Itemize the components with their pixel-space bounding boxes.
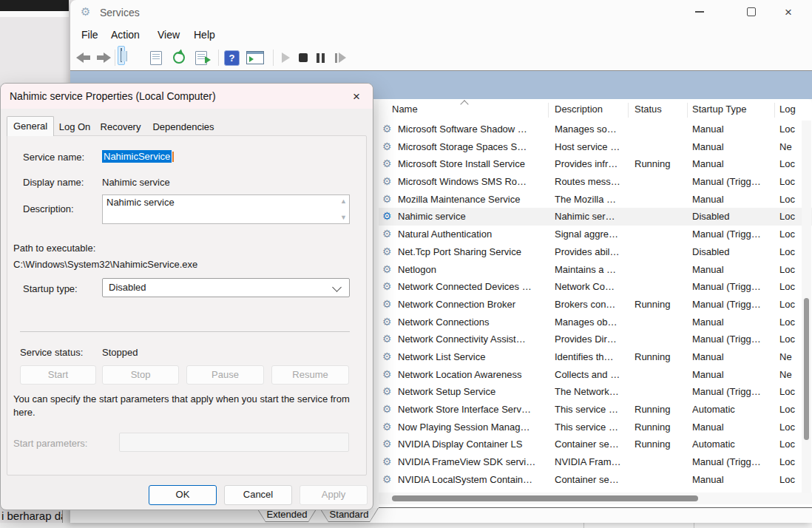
apply-button[interactable]: Apply: [300, 485, 368, 505]
menu-view[interactable]: View: [156, 25, 181, 44]
show-action-pane-button[interactable]: [246, 49, 264, 67]
column-divider: [687, 103, 688, 118]
service-description: Routes mess…: [555, 173, 630, 191]
menu-file[interactable]: File: [80, 25, 100, 44]
sort-ascending-icon: [460, 100, 468, 108]
refresh-button[interactable]: [173, 49, 185, 67]
maximize-button[interactable]: [736, 0, 767, 24]
table-row[interactable]: ⚙ Network Connections Manages ob… Manual…: [379, 314, 812, 331]
cancel-button[interactable]: Cancel: [224, 485, 292, 505]
service-gear-icon: ⚙: [382, 368, 392, 380]
column-divider: [548, 103, 549, 118]
resume-button[interactable]: Resume: [271, 365, 349, 385]
table-row[interactable]: ⚙ Microsoft Store Install Service Provid…: [379, 155, 812, 173]
stop-button[interactable]: Stop: [102, 365, 179, 385]
table-row[interactable]: ⚙ Network Location Awareness Collects an…: [379, 366, 812, 384]
tab-general[interactable]: General: [7, 116, 54, 136]
start-parameters-input[interactable]: [119, 433, 349, 452]
startup-type-label: Startup type:: [23, 283, 78, 294]
service-description: The Network…: [555, 383, 630, 401]
restart-service-button[interactable]: [335, 49, 346, 67]
export-list-button[interactable]: [195, 49, 207, 67]
start-parameters-hint: You can specify the start parameters tha…: [13, 393, 355, 419]
table-row[interactable]: ⚙ NVIDIA Display Container LS Container …: [379, 436, 812, 453]
service-gear-icon: ⚙: [382, 298, 392, 310]
table-row[interactable]: ⚙ Nahimic service Nahimic ser… Disabled …: [379, 208, 812, 226]
stop-service-button[interactable]: [299, 49, 308, 67]
service-description: Identifies th…: [555, 348, 630, 366]
column-header-description[interactable]: Description: [555, 104, 603, 115]
back-button[interactable]: [76, 49, 92, 67]
minimize-button[interactable]: [684, 0, 715, 24]
scroll-down-icon[interactable]: ▼: [340, 214, 347, 221]
table-row[interactable]: ⚙ Network Connected Devices … Network Co…: [379, 278, 812, 296]
properties-button[interactable]: [150, 49, 162, 67]
column-header-startup-type[interactable]: Startup Type: [692, 104, 746, 115]
table-row[interactable]: ⚙ Network Connectivity Assist… Provides …: [379, 331, 812, 348]
service-status: Running: [635, 348, 688, 366]
service-description: Provides Dir…: [555, 331, 630, 348]
services-list-panel: Name Description Status Startup Type Log…: [379, 99, 812, 508]
vertical-scrollbar-thumb[interactable]: [804, 298, 809, 440]
service-startup-type: Manual (Trigg…: [692, 296, 775, 314]
pause-service-button[interactable]: [317, 49, 325, 67]
tab-recovery[interactable]: Recovery: [96, 119, 145, 135]
table-row[interactable]: ⚙ Mozilla Maintenance Service The Mozill…: [379, 191, 812, 209]
pause-button[interactable]: Pause: [186, 365, 264, 385]
service-gear-icon: ⚙: [382, 280, 392, 292]
service-status: Running: [635, 419, 688, 436]
show-console-tree-button[interactable]: [118, 47, 125, 64]
scroll-up-icon[interactable]: ▲: [340, 197, 347, 205]
column-header-name[interactable]: Name: [392, 104, 418, 115]
tab-dependencies[interactable]: Dependencies: [146, 119, 220, 135]
menu-help[interactable]: Help: [192, 25, 217, 44]
table-row[interactable]: ⚙ Microsoft Software Shadow … Manages so…: [379, 121, 812, 138]
title-bar: ⚙ Services ×: [70, 0, 812, 25]
service-name: Network Connections: [398, 314, 547, 331]
horizontal-scrollbar-thumb[interactable]: [392, 495, 698, 501]
table-row[interactable]: ⚙ Microsoft Storage Spaces S… Host servi…: [379, 138, 812, 156]
service-name: Microsoft Store Install Service: [398, 155, 547, 173]
action-pane-icon: [246, 51, 264, 64]
description-label: Description:: [23, 203, 74, 214]
text-caret: [172, 152, 174, 162]
service-description: This service …: [555, 401, 630, 419]
table-row[interactable]: ⚙ Now Playing Session Manag… This servic…: [379, 419, 812, 436]
menu-action[interactable]: Action: [109, 25, 141, 44]
table-row[interactable]: ⚙ Network Connection Broker Brokers con……: [379, 296, 812, 314]
ok-button[interactable]: OK: [149, 485, 217, 505]
service-startup-type: Manual: [692, 348, 775, 366]
table-row[interactable]: ⚙ Microsoft Windows SMS Ro… Routes mess……: [379, 173, 812, 191]
tab-log-on[interactable]: Log On: [55, 119, 95, 135]
dialog-close-button[interactable]: ×: [345, 87, 368, 106]
stop-icon: [299, 53, 308, 62]
table-row[interactable]: ⚙ Network List Service Identifies th… Ru…: [379, 348, 812, 366]
service-name: Network Location Awareness: [398, 366, 547, 384]
column-header-log-on-as[interactable]: Log: [779, 104, 796, 115]
description-textarea[interactable]: Nahimic service ▲ ▼: [102, 194, 350, 224]
table-row[interactable]: ⚙ Natural Authentication Signal aggre… M…: [379, 226, 812, 243]
service-startup-type: Automatic: [692, 436, 775, 453]
table-row[interactable]: ⚙ Network Store Interface Serv… This ser…: [379, 401, 812, 419]
service-description: Collects and …: [555, 366, 630, 384]
start-button[interactable]: Start: [20, 365, 96, 385]
help-button[interactable]: ?: [224, 49, 240, 67]
vertical-scrollbar[interactable]: [802, 121, 811, 493]
table-row[interactable]: ⚙ Network Setup Service The Network… Man…: [379, 383, 812, 401]
column-header-status[interactable]: Status: [635, 104, 662, 115]
service-gear-icon: ⚙: [382, 333, 392, 345]
table-row[interactable]: ⚙ NVIDIA LocalSystem Contain… Container …: [379, 471, 812, 489]
table-row[interactable]: ⚙ Netlogon Maintains a … Manual Loc: [379, 261, 812, 279]
table-row[interactable]: ⚙ NVIDIA FrameView SDK servi… NVIDIA Fra…: [379, 453, 812, 471]
startup-type-select[interactable]: Disabled: [102, 278, 350, 297]
close-button[interactable]: ×: [773, 0, 804, 24]
forward-button[interactable]: [95, 49, 111, 67]
start-service-button[interactable]: [282, 49, 290, 67]
background-bottom-strip: [0, 523, 812, 528]
service-name: Microsoft Software Shadow …: [398, 121, 547, 138]
table-row[interactable]: ⚙ Net.Tcp Port Sharing Service Provides …: [379, 243, 812, 261]
horizontal-scrollbar[interactable]: [379, 493, 812, 504]
service-description: This service …: [555, 419, 630, 436]
back-icon: [76, 53, 92, 63]
service-description: Brokers con…: [555, 296, 630, 314]
